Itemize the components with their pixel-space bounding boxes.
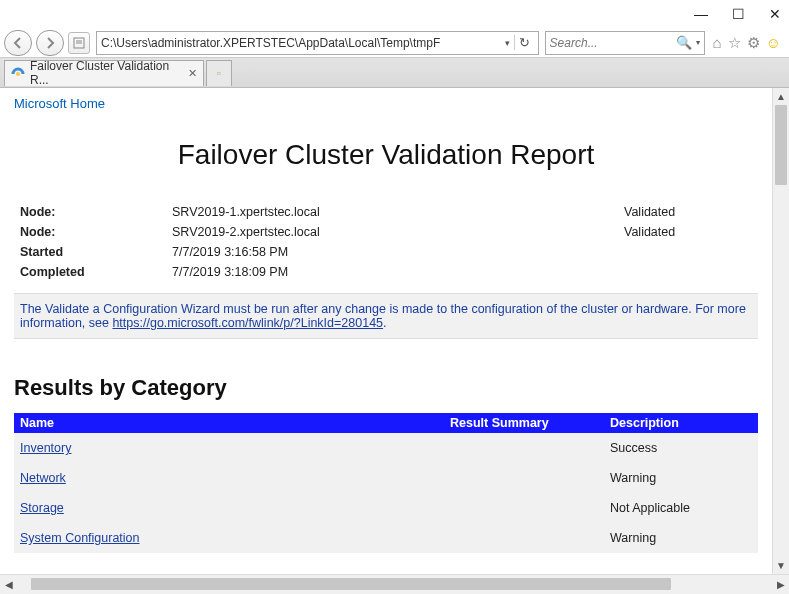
table-row: Node: SRV2019-2.xpertstec.local Validate… — [16, 223, 756, 241]
minimize-button[interactable]: — — [694, 6, 708, 22]
result-summary — [444, 463, 604, 493]
report-info-table: Node: SRV2019-1.xpertstec.local Validate… — [14, 201, 758, 283]
category-link[interactable]: Network — [20, 471, 66, 485]
scroll-thumb[interactable] — [775, 105, 787, 185]
ie-favicon-icon — [11, 66, 25, 80]
page-icon[interactable] — [68, 32, 90, 54]
table-row: Network Warning — [14, 463, 758, 493]
feedback-icon[interactable]: ☺ — [766, 34, 781, 52]
home-icon[interactable]: ⌂ — [713, 34, 722, 52]
tab-active[interactable]: Failover Cluster Validation R... ✕ — [4, 60, 204, 86]
table-row: Completed 7/7/2019 3:18:09 PM — [16, 263, 756, 281]
svg-point-3 — [16, 72, 20, 76]
result-desc: Warning — [604, 463, 758, 493]
tab-title: Failover Cluster Validation R... — [30, 59, 183, 87]
tab-bar: Failover Cluster Validation R... ✕ ▫ — [0, 58, 789, 88]
col-description: Description — [604, 413, 758, 433]
result-desc: Warning — [604, 523, 758, 553]
scroll-thumb-h[interactable] — [31, 578, 671, 590]
search-bar[interactable]: 🔍 ▾ — [545, 31, 705, 55]
search-input[interactable] — [550, 36, 650, 50]
page-title: Failover Cluster Validation Report — [14, 139, 758, 171]
ms-home-link[interactable]: Microsoft Home — [14, 96, 105, 111]
table-row: Storage Not Applicable — [14, 493, 758, 523]
scroll-left-icon[interactable]: ◀ — [0, 579, 17, 590]
new-tab-button[interactable]: ▫ — [206, 60, 232, 86]
document-icon — [73, 37, 85, 49]
tab-close-icon[interactable]: ✕ — [188, 67, 197, 80]
info-label: Completed — [16, 263, 166, 281]
col-summary: Result Summary — [444, 413, 604, 433]
table-row: Started 7/7/2019 3:16:58 PM — [16, 243, 756, 261]
page-content: Microsoft Home Failover Cluster Validati… — [0, 88, 772, 574]
address-dropdown-icon[interactable]: ▾ — [505, 38, 510, 48]
result-summary — [444, 433, 604, 463]
address-text: C:\Users\administrator.XPERTSTEC\AppData… — [101, 36, 440, 50]
notice-link[interactable]: https://go.microsoft.com/fwlink/p/?LinkI… — [112, 316, 383, 330]
back-arrow-icon — [11, 36, 25, 50]
toolbar-right-icons: ⌂ ☆ ⚙ ☺ — [709, 34, 785, 52]
category-link[interactable]: Inventory — [20, 441, 71, 455]
scroll-track[interactable] — [17, 575, 772, 594]
content-viewport: Microsoft Home Failover Cluster Validati… — [0, 88, 789, 574]
info-label: Node: — [16, 223, 166, 241]
info-status: Validated — [620, 203, 756, 221]
scroll-down-icon[interactable]: ▼ — [773, 557, 789, 574]
result-desc: Not Applicable — [604, 493, 758, 523]
table-row: Node: SRV2019-1.xpertstec.local Validate… — [16, 203, 756, 221]
category-link[interactable]: System Configuration — [20, 531, 140, 545]
refresh-button[interactable]: ↻ — [514, 35, 534, 50]
notice-banner: The Validate a Configuration Wizard must… — [14, 293, 758, 339]
results-heading: Results by Category — [14, 375, 758, 401]
result-desc: Success — [604, 433, 758, 463]
close-button[interactable]: ✕ — [769, 6, 781, 22]
favorites-icon[interactable]: ☆ — [728, 34, 741, 52]
info-value: SRV2019-1.xpertstec.local — [168, 203, 618, 221]
forward-button[interactable] — [36, 30, 64, 56]
info-status: Validated — [620, 223, 756, 241]
window-titlebar: — ☐ ✕ — [0, 0, 789, 28]
search-dropdown-icon[interactable]: ▾ — [696, 38, 700, 47]
info-status — [620, 263, 756, 281]
info-status — [620, 243, 756, 261]
address-bar[interactable]: C:\Users\administrator.XPERTSTEC\AppData… — [96, 31, 539, 55]
category-link[interactable]: Storage — [20, 501, 64, 515]
browser-toolbar: C:\Users\administrator.XPERTSTEC\AppData… — [0, 28, 789, 58]
scroll-right-icon[interactable]: ▶ — [772, 579, 789, 590]
maximize-button[interactable]: ☐ — [732, 6, 745, 22]
info-value: 7/7/2019 3:16:58 PM — [168, 243, 618, 261]
results-table: Name Result Summary Description Inventor… — [14, 413, 758, 553]
result-summary — [444, 493, 604, 523]
notice-suffix: . — [383, 316, 386, 330]
horizontal-scrollbar[interactable]: ◀ ▶ — [0, 574, 789, 594]
scroll-up-icon[interactable]: ▲ — [773, 88, 789, 105]
tools-icon[interactable]: ⚙ — [747, 34, 760, 52]
result-summary — [444, 523, 604, 553]
vertical-scrollbar[interactable]: ▲ ▼ — [772, 88, 789, 574]
info-label: Node: — [16, 203, 166, 221]
col-name: Name — [14, 413, 444, 433]
table-row: System Configuration Warning — [14, 523, 758, 553]
info-value: 7/7/2019 3:18:09 PM — [168, 263, 618, 281]
info-label: Started — [16, 243, 166, 261]
search-icon[interactable]: 🔍 — [674, 35, 694, 50]
forward-arrow-icon — [43, 36, 57, 50]
new-tab-icon: ▫ — [217, 66, 221, 80]
info-value: SRV2019-2.xpertstec.local — [168, 223, 618, 241]
back-button[interactable] — [4, 30, 32, 56]
table-row: Inventory Success — [14, 433, 758, 463]
